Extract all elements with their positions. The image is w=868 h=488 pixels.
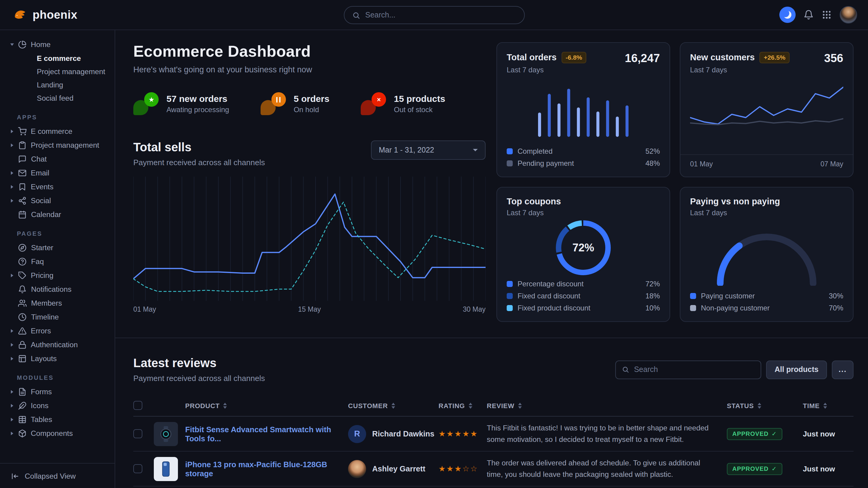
legend-value: 48% bbox=[645, 159, 660, 168]
sidebar-item-social-feed[interactable]: Social feed bbox=[37, 92, 110, 105]
customer-cell[interactable]: R Richard Dawkins bbox=[348, 425, 438, 443]
total-orders-bar-chart bbox=[538, 84, 628, 137]
search-icon bbox=[622, 366, 629, 373]
legend: Completed 52% Pending payment 48% bbox=[507, 147, 660, 168]
review-text: The order was delivered ahead of schedul… bbox=[487, 458, 727, 480]
sidebar-item-e-commerce[interactable]: E commerce bbox=[11, 124, 110, 138]
legend-label: Percentage discount bbox=[518, 280, 584, 288]
bell-icon bbox=[18, 285, 27, 294]
sort-arrows-icon bbox=[518, 402, 522, 409]
paying-chart-wrap bbox=[690, 217, 843, 291]
total-sells-x-labels: 01 May 15 May 30 May bbox=[133, 306, 486, 313]
review-row-partial bbox=[133, 487, 854, 488]
column-header-rating[interactable]: RATING bbox=[438, 402, 487, 409]
all-products-button[interactable]: All products bbox=[766, 360, 827, 379]
caret-icon bbox=[11, 403, 13, 407]
trend-badge: -6.8% bbox=[561, 52, 586, 63]
table-icon bbox=[18, 415, 27, 424]
caret-icon bbox=[11, 431, 13, 435]
customer-avatar bbox=[348, 460, 366, 478]
legend-label: Paying customer bbox=[701, 292, 755, 300]
column-header-product[interactable]: PRODUCT bbox=[185, 402, 348, 409]
customer-name: Ashley Garrett bbox=[372, 464, 425, 473]
sidebar-item-tables[interactable]: Tables bbox=[11, 412, 110, 426]
product-link[interactable]: iPhone 13 pro max-Pacific Blue-128GB sto… bbox=[185, 460, 348, 478]
sidebar-item-project-management[interactable]: Project management bbox=[37, 65, 110, 78]
product-thumbnail[interactable] bbox=[154, 422, 178, 446]
more-actions-button[interactable]: ... bbox=[832, 360, 854, 379]
legend-value: 72% bbox=[645, 280, 660, 288]
column-header-time[interactable]: TIME bbox=[803, 402, 854, 409]
sidebar-item-notifications[interactable]: Notifications bbox=[11, 282, 110, 296]
feather-icon bbox=[18, 401, 27, 410]
sidebar-item-forms[interactable]: Forms bbox=[11, 385, 110, 398]
sidebar-item-home[interactable]: Home bbox=[11, 37, 110, 51]
customer-avatar: R bbox=[348, 425, 366, 443]
file-text-icon bbox=[18, 387, 27, 396]
sidebar-item-project-management[interactable]: Project management bbox=[11, 138, 110, 152]
card-title: New customers bbox=[690, 53, 754, 62]
card-title: Total orders bbox=[507, 53, 556, 62]
date-range-select[interactable]: Mar 1 - 31, 2022 bbox=[371, 140, 486, 160]
sidebar-item-errors[interactable]: Errors bbox=[11, 324, 110, 337]
sidebar-item-pricing[interactable]: Pricing bbox=[11, 268, 110, 282]
sidebar-item-landing[interactable]: Landing bbox=[37, 78, 110, 92]
sidebar-item-social[interactable]: Social bbox=[11, 194, 110, 207]
select-all-checkbox[interactable] bbox=[133, 401, 142, 410]
sidebar-item-timeline[interactable]: Timeline bbox=[11, 310, 110, 324]
product-thumbnail[interactable] bbox=[154, 457, 178, 481]
status-badge: APPROVED✓ bbox=[727, 428, 782, 440]
x-label: 07 May bbox=[820, 160, 843, 168]
legend-value: 70% bbox=[829, 304, 843, 312]
iphone-image bbox=[157, 460, 175, 478]
notifications-button[interactable] bbox=[803, 10, 814, 20]
caret-icon bbox=[11, 185, 13, 188]
sidebar-item-components[interactable]: Components bbox=[11, 426, 110, 440]
theme-toggle-button[interactable] bbox=[779, 7, 796, 23]
sidebar-item-email[interactable]: Email bbox=[11, 166, 110, 180]
mail-icon bbox=[18, 168, 27, 177]
customer-cell[interactable]: Ashley Garrett bbox=[348, 460, 438, 478]
sidebar-item-icons[interactable]: Icons bbox=[11, 398, 110, 412]
caret-icon bbox=[10, 43, 14, 45]
sidebar-item-events[interactable]: Events bbox=[11, 180, 110, 194]
new-customers-line-chart bbox=[690, 80, 843, 144]
search-input[interactable] bbox=[365, 11, 516, 19]
sidebar-section-apps: APPS bbox=[11, 114, 110, 121]
sidebar-item-layouts[interactable]: Layouts bbox=[11, 352, 110, 365]
column-header-review[interactable]: REVIEW bbox=[487, 402, 727, 409]
rating-stars: ★★★☆☆ bbox=[438, 464, 487, 473]
reviews-search-input[interactable] bbox=[634, 365, 754, 374]
page-subtitle: Here's what's going on at your business … bbox=[133, 65, 486, 74]
total-orders-chart-wrap bbox=[507, 74, 660, 146]
donut-center-label: 72% bbox=[572, 241, 594, 254]
collapse-view-button[interactable]: Collapsed View bbox=[0, 463, 115, 488]
apps-grid-icon bbox=[822, 10, 832, 20]
apps-grid-button[interactable] bbox=[822, 10, 832, 20]
sidebar-item-calendar[interactable]: Calendar bbox=[11, 207, 110, 221]
card-period: Last 7 days bbox=[507, 65, 586, 74]
pie-chart-icon bbox=[18, 40, 27, 49]
review-row: iPhone 13 pro max-Pacific Blue-128GB sto… bbox=[133, 452, 854, 487]
search-icon bbox=[352, 11, 360, 19]
new-customers-x-labels: 01 May 07 May bbox=[680, 154, 853, 168]
brand[interactable]: phoenix bbox=[12, 7, 78, 22]
column-header-status[interactable]: STATUS bbox=[727, 402, 803, 409]
sidebar-item-authentication[interactable]: Authentication bbox=[11, 337, 110, 352]
sidebar-item-chat[interactable]: Chat bbox=[11, 152, 110, 166]
row-checkbox[interactable] bbox=[133, 464, 142, 473]
sidebar-item-starter[interactable]: Starter bbox=[11, 240, 110, 254]
smartwatch-image bbox=[157, 425, 175, 443]
compass-icon bbox=[18, 243, 27, 252]
column-header-customer[interactable]: CUSTOMER bbox=[348, 402, 438, 409]
user-avatar[interactable] bbox=[840, 6, 857, 24]
row-checkbox[interactable] bbox=[133, 429, 142, 438]
stat-value: 57 new orders bbox=[166, 93, 229, 104]
product-link[interactable]: Fitbit Sense Advanced Smartwatch with To… bbox=[185, 425, 348, 443]
dashboard-left-column: Ecommerce Dashboard Here's what's going … bbox=[133, 42, 486, 322]
sidebar-item-faq[interactable]: Faq bbox=[11, 254, 110, 268]
check-icon: ✓ bbox=[772, 466, 777, 472]
sidebar-item-members[interactable]: Members bbox=[11, 296, 110, 310]
legend-swatch bbox=[507, 160, 513, 166]
sidebar-item-e-commerce[interactable]: E commerce bbox=[37, 52, 110, 65]
